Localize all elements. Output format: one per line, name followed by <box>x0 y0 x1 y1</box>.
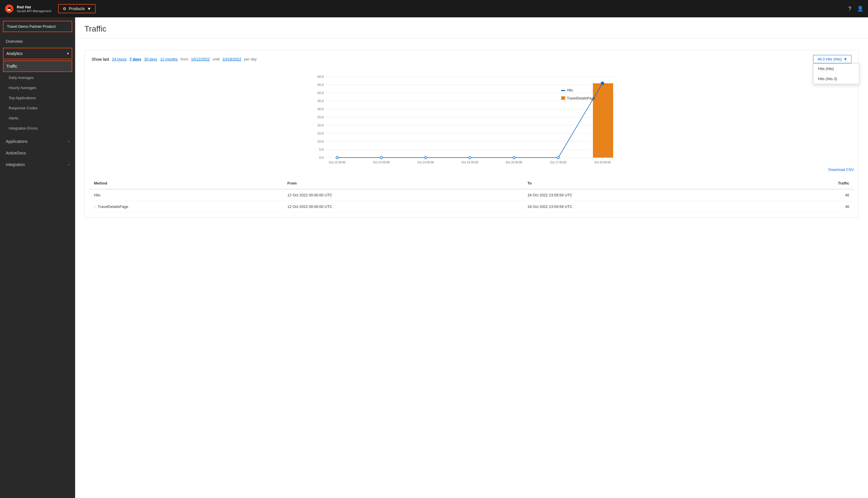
sidebar-item-applications[interactable]: Applications › <box>0 136 75 147</box>
top-nav: Red Hat 3scale API Management ⚙ Products… <box>0 0 868 17</box>
sidebar-item-daily-averages[interactable]: Daily Averages <box>0 73 75 83</box>
per-label: per day <box>244 57 257 61</box>
content-area: Show last 24 hours 7 days 30 days 12 mon… <box>75 38 868 224</box>
sidebar-product[interactable]: Travel Demo Partner Product <box>3 21 72 32</box>
download-csv-link[interactable]: Download CSV <box>828 165 854 176</box>
data-point-oct15 <box>469 156 471 159</box>
row-method-sub: –TravelDetailsPage <box>89 201 283 212</box>
svg-text:Oct 15 00:00: Oct 15 00:00 <box>461 161 478 164</box>
sidebar-item-overview[interactable]: Overview <box>0 36 75 47</box>
response-codes-label: Response Codes <box>9 106 38 110</box>
svg-text:35.0: 35.0 <box>317 99 324 103</box>
svg-text:45.0: 45.0 <box>317 83 324 87</box>
until-date[interactable]: 10/18/2022 <box>222 57 241 61</box>
redhat-logo <box>5 4 14 13</box>
svg-text:5.0: 5.0 <box>319 148 324 151</box>
traffic-table: Method From To Traffic Hits 12 Oct 2022 … <box>89 178 854 212</box>
sidebar-item-top-applications[interactable]: Top Applications <box>0 93 75 103</box>
sidebar-item-hourly-averages[interactable]: Hourly Averages <box>0 83 75 93</box>
row-from-sub: 12 Oct 2022 00:00:00 UTC <box>283 201 523 212</box>
row-to-sub: 18 Oct 2022 23:59:59 UTC <box>523 201 763 212</box>
filter-12months[interactable]: 12 months <box>160 57 178 61</box>
metric-dropdown-button[interactable]: 46.0 Hits (hits) ▼ <box>813 55 852 63</box>
svg-text:Oct 12 00:00: Oct 12 00:00 <box>329 161 345 164</box>
integration-label: Integration <box>6 162 25 167</box>
table-row: Hits 12 Oct 2022 00:00:00 UTC 18 Oct 202… <box>89 189 854 201</box>
user-icon[interactable]: 👤 <box>857 5 863 12</box>
analytics-chevron: ▾ <box>67 52 69 55</box>
col-traffic: Traffic <box>763 178 854 189</box>
data-point-oct14 <box>424 156 427 159</box>
table-header: Method From To Traffic <box>89 178 854 189</box>
sidebar-item-traffic[interactable]: Traffic <box>3 61 72 72</box>
brand: Red Hat 3scale API Management <box>5 4 51 13</box>
products-icon: ⚙ <box>63 6 66 11</box>
row-method: Hits <box>89 189 283 201</box>
applications-label: Applications <box>6 139 28 144</box>
products-button[interactable]: ⚙ Products ▼ <box>58 4 96 13</box>
hits-line <box>337 83 602 158</box>
row-traffic: 46 <box>763 189 854 201</box>
svg-text:50.0: 50.0 <box>317 75 324 78</box>
data-point-oct12 <box>336 156 338 159</box>
table-body: Hits 12 Oct 2022 00:00:00 UTC 18 Oct 202… <box>89 189 854 212</box>
from-date[interactable]: 10/12/2022 <box>191 57 210 61</box>
sidebar-item-alerts[interactable]: Alerts <box>0 113 75 123</box>
page-header: Traffic <box>75 17 868 38</box>
brand-sub: 3scale API Management <box>17 9 51 13</box>
analytics-label: Analytics <box>6 51 23 56</box>
data-point-oct16 <box>513 156 515 159</box>
row-to: 18 Oct 2022 23:59:59 UTC <box>523 189 763 201</box>
filter-row: Show last 24 hours 7 days 30 days 12 mon… <box>85 50 858 68</box>
sidebar-item-integration-errors[interactable]: Integration Errors <box>0 123 75 133</box>
sidebar-item-activedocs[interactable]: ActiveDocs <box>0 147 75 159</box>
svg-text:Oct 13 00:00: Oct 13 00:00 <box>373 161 390 164</box>
row-from: 12 Oct 2022 00:00:00 UTC <box>283 189 523 201</box>
sidebar-item-analytics[interactable]: Analytics ▾ <box>3 48 72 59</box>
legend-travel-label: TravelDetailsPage <box>567 96 595 100</box>
top-applications-label: Top Applications <box>9 96 36 100</box>
traffic-chart: 50.0 45.0 40.0 35.0 30.0 25.0 20.0 15.0 … <box>89 73 854 165</box>
col-method: Method <box>89 178 283 189</box>
legend-hits-color <box>561 90 565 91</box>
main-content: Traffic Show last 24 hours 7 days 30 day… <box>75 17 868 498</box>
brand-text: Red Hat 3scale API Management <box>17 5 51 13</box>
row-traffic-sub: 46 <box>763 201 854 212</box>
traffic-label: Traffic <box>6 64 17 68</box>
integration-errors-label: Integration Errors <box>9 126 38 130</box>
metric-option-hits3[interactable]: Hits (hits.3) <box>813 74 859 84</box>
metric-dropdown-menu: Hits (hits) Hits (hits.3) <box>813 63 859 84</box>
col-from: From <box>283 178 523 189</box>
legend-travel-color <box>561 96 565 100</box>
table-header-row: Method From To Traffic <box>89 178 854 189</box>
from-label: from <box>180 57 188 61</box>
data-point-oct17 <box>557 156 559 159</box>
svg-text:Oct 14 00:00: Oct 14 00:00 <box>417 161 434 164</box>
svg-text:10.0: 10.0 <box>317 140 324 143</box>
metric-option-hits[interactable]: Hits (hits) <box>813 64 859 74</box>
products-label: Products <box>69 6 85 11</box>
filter-7days[interactable]: 7 days <box>130 57 141 61</box>
layout: Travel Demo Partner Product Overview Ana… <box>0 17 868 498</box>
download-csv-container: Download CSV <box>89 166 854 175</box>
products-chevron: ▼ <box>87 6 91 11</box>
filter-30days[interactable]: 30 days <box>144 57 158 61</box>
until-label: until <box>213 57 220 61</box>
sub-row-dot: – <box>94 205 96 209</box>
svg-text:0.0: 0.0 <box>319 156 324 159</box>
data-point-oct18 <box>601 82 604 85</box>
alerts-label: Alerts <box>9 116 18 120</box>
data-point-oct13 <box>380 156 382 159</box>
legend-hits-label: Hits <box>567 88 573 92</box>
help-icon[interactable]: ? <box>849 6 851 12</box>
chart-svg-container: 50.0 45.0 40.0 35.0 30.0 25.0 20.0 15.0 … <box>89 73 854 166</box>
svg-text:15.0: 15.0 <box>317 132 324 135</box>
sidebar-item-integration[interactable]: Integration › <box>0 159 75 170</box>
brand-name: Red Hat <box>17 5 51 9</box>
sidebar-item-response-codes[interactable]: Response Codes <box>0 103 75 113</box>
filter-24h[interactable]: 24 hours <box>112 57 127 61</box>
svg-text:Oct 17 00:00: Oct 17 00:00 <box>550 161 567 164</box>
hourly-averages-label: Hourly Averages <box>9 86 36 90</box>
svg-text:Oct 16 00:00: Oct 16 00:00 <box>506 161 523 164</box>
integration-chevron: › <box>68 162 69 167</box>
